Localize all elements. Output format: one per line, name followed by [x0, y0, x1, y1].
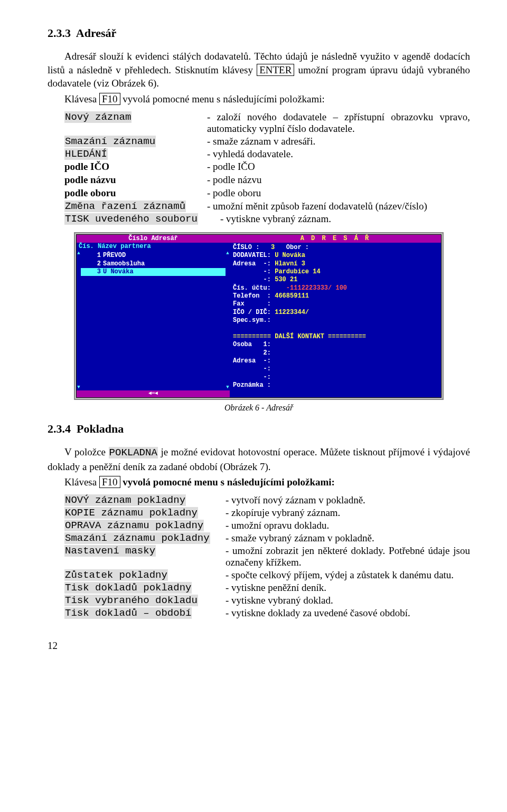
p4a: Klávesa [64, 476, 99, 488]
dos-field-row: -: 530 21 [233, 276, 438, 284]
menu-left-label: Smazání záznamu [64, 136, 156, 147]
para-2: Klávesa F10 vyvolá pomocné menu s násled… [48, 92, 470, 106]
menu-left-label: Tisk dokladů pokladny [64, 582, 192, 594]
menu-right-desc: - umožní opravu dokladu. [226, 520, 470, 531]
menu-left-label: Smazání záznamu pokladny [64, 532, 210, 544]
dos-field-row: 2: [233, 349, 438, 357]
dos-list-row: 1PŘEVOD [81, 252, 226, 260]
menu-item: podle oboru- podle oboru [64, 187, 470, 199]
dos-field-row: Fax : [233, 300, 438, 308]
menu-left-label: podle oboru [64, 187, 116, 198]
menu-right-desc: - spočte celkový příjem, výdej a zůstate… [226, 569, 470, 581]
menu-left-label: NOVÝ záznam pokladny [64, 494, 186, 506]
menu-item: Tisk dokladů – období- vytiskne doklady … [64, 607, 470, 619]
para-1: Adresář slouží k evidenci stálých dodava… [48, 50, 470, 90]
dos-bottom-arrows: ◄═◄ [77, 390, 230, 397]
menu-1: Nový záznam- založí nového dodavatele – … [64, 111, 470, 225]
heading-title-2: Pokladna [77, 422, 124, 435]
menu-item: Smazání záznamu pokladny- smaže vybraný … [64, 532, 470, 544]
menu-right-desc: - podle oboru [207, 187, 470, 199]
menu-left-label: Nastavení masky [64, 545, 156, 557]
menu-right-desc: - podle IČO [207, 161, 470, 173]
menu-item: TISK uvedeného souboru- vytiskne vybraný… [64, 213, 470, 225]
dos-field-row: -: Pardubice 14 [233, 268, 438, 276]
menu-right-desc: - založí nového dodavatele – zpřístupní … [207, 111, 470, 135]
heading-num-2: 2.3.4 [48, 422, 71, 435]
key-f10: F10 [99, 93, 120, 105]
key-f10-2: F10 [99, 476, 120, 488]
menu-item: Zůstatek pokladny- spočte celkový příjem… [64, 569, 470, 581]
menu-left-label: TISK uvedeného souboru [64, 213, 198, 225]
menu-left-label: Zůstatek pokladny [64, 569, 168, 581]
dos-list-row: 3U Nováka [81, 268, 226, 276]
dos-field-row: Poznámka : [233, 381, 438, 389]
dos-scroll-right [226, 251, 230, 390]
menu-left-label: Změna řazení záznamů [64, 200, 186, 212]
dos-field-row: IČO / DIČ: 11223344/ [233, 309, 438, 317]
menu-item: podle názvu- podle názvu [64, 174, 470, 186]
menu-item: podle IČO- podle IČO [64, 161, 470, 173]
dos-field-row: Spec.sym.: [233, 317, 438, 324]
dos-field-row: Adresa -: [233, 357, 438, 365]
menu-right-desc: - umožní zobrazit jen některé doklady. P… [226, 545, 470, 568]
p3a: V položce [64, 446, 109, 457]
dos-field-row: Adresa -: Hlavní 3 [233, 260, 438, 268]
menu-right-desc: - vyhledá dodavatele. [207, 148, 470, 160]
menu-2: NOVÝ záznam pokladny- vytvoří nový zázna… [64, 494, 470, 619]
p4b: vyvolá pomocné menu s následujícími polo… [120, 476, 335, 488]
dos-field-row: Telefon : 466859111 [233, 292, 438, 300]
dos-field-row: DODAVATEL: U Nováka [233, 252, 438, 260]
para-4: Klávesa F10 vyvolá pomocné menu s násled… [48, 475, 470, 489]
dos-field-row [233, 325, 438, 333]
menu-right-desc: - smaže záznam v adresáři. [207, 136, 470, 147]
menu-left-label: podle IČO [64, 161, 109, 172]
menu-left-label: KOPIE záznamu pokladny [64, 507, 198, 519]
menu-left-label: Tisk dokladů – období [64, 607, 192, 619]
menu-item: NOVÝ záznam pokladny- vytvoří nový zázna… [64, 494, 470, 506]
dos-field-row: Čís. účtu: -1112223333/ 100 [233, 284, 438, 292]
dos-left-pane: Číslo Adresář Čís. Název partnera 1PŘEVO… [77, 235, 230, 398]
dos-right-pane: A D R E S Á Ř ČÍSLO : 3 Obor :DODAVATEL:… [230, 235, 441, 398]
menu-left-label: HLEDÁNÍ [64, 148, 108, 160]
menu-item: Změna řazení záznamů- umožní měnit způso… [64, 200, 470, 212]
menu-item: Tisk dokladů pokladny- vytiskne peněžní … [64, 582, 470, 594]
menu-right-desc: - zkopíruje vybraný záznam. [226, 507, 470, 519]
menu-left-label: Tisk vybraného dokladu [64, 595, 198, 606]
menu-right-desc: - umožní měnit způsob řazení dodavatelů … [207, 200, 470, 212]
menu-left-label: Nový záznam [64, 111, 132, 123]
dos-field-row: -: [233, 365, 438, 373]
menu-item: OPRAVA záznamu pokladny- umožní opravu d… [64, 520, 470, 531]
menu-right-desc: - vytiskne vybraný doklad. [226, 595, 470, 606]
key-enter: ENTER [257, 64, 294, 76]
dos-list: 1PŘEVOD2Samoobsluha3U Nováka [81, 251, 226, 390]
dos-field-row: Osoba 1: [233, 341, 438, 349]
dos-field-row: -: [233, 374, 438, 381]
menu-item: KOPIE záznamu pokladny- zkopíruje vybran… [64, 507, 470, 519]
section-heading-2: 2.3.4 Pokladna [48, 422, 470, 436]
menu-item: Tisk vybraného dokladu- vytiskne vybraný… [64, 595, 470, 606]
menu-right-desc: - podle názvu [207, 174, 470, 186]
menu-item: Nový záznam- založí nového dodavatele – … [64, 111, 470, 135]
menu-left-label: OPRAVA záznamu pokladny [64, 520, 204, 531]
dos-list-row: 2Samoobsluha [81, 260, 226, 268]
menu-right-desc: - smaže vybraný záznam v pokladně. [226, 532, 470, 544]
dos-field-row: ========== DALŠÍ KONTAKT ========== [233, 333, 438, 341]
dos-right-title: A D R E S Á Ř [230, 235, 441, 243]
menu-item: Nastavení masky- umožní zobrazit jen něk… [64, 545, 470, 568]
dos-left-title: Číslo Adresář [77, 235, 230, 243]
menu-left-label: podle názvu [64, 174, 116, 185]
menu-right-desc: - vytvoří nový záznam v pokladně. [226, 494, 470, 506]
figure-caption: Obrázek 6 - Adresář [48, 403, 470, 413]
para-3: V položce POKLADNA je možné evidovat hot… [48, 445, 470, 473]
menu-item: Smazání záznamu- smaže záznam v adresáři… [64, 136, 470, 147]
p2b: vyvolá pomocné menu s následujícími polo… [120, 93, 325, 104]
dos-fields: ČÍSLO : 3 Obor :DODAVATEL: U NovákaAdres… [230, 243, 441, 397]
dos-scroll-left [77, 251, 81, 390]
menu-right-desc: - vytiskne doklady za uvedené časové obd… [226, 607, 470, 619]
dos-screenshot: Číslo Adresář Čís. Název partnera 1PŘEVO… [74, 232, 444, 400]
dos-left-header: Čís. Název partnera [77, 243, 230, 251]
p2a: Klávesa [64, 93, 99, 104]
code-pokladna: POKLADNA [109, 447, 158, 458]
menu-item: HLEDÁNÍ- vyhledá dodavatele. [64, 148, 470, 160]
menu-right-desc: - vytiskne peněžní deník. [226, 582, 470, 594]
